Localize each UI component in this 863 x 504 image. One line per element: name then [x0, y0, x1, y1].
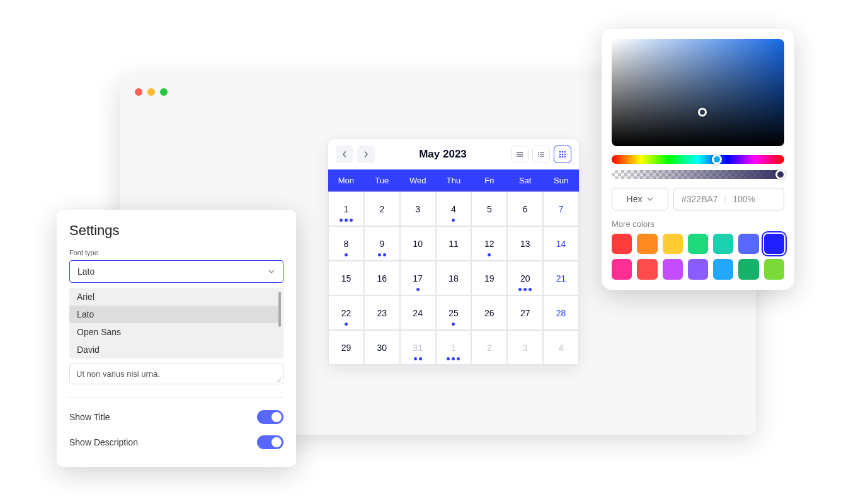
alpha-cursor[interactable] — [775, 169, 786, 180]
calendar-day[interactable]: 1 — [436, 330, 472, 365]
hue-cursor[interactable] — [712, 154, 722, 164]
show-description-toggle[interactable] — [257, 435, 283, 449]
event-dots — [414, 357, 422, 360]
calendar-day[interactable]: 26 — [471, 295, 507, 330]
weekday-label: Wed — [400, 169, 436, 192]
day-number: 12 — [484, 239, 494, 249]
calendar-day[interactable]: 15 — [328, 261, 364, 295]
calendar-day[interactable]: 10 — [400, 226, 436, 261]
event-dots — [345, 253, 348, 256]
chevron-left-icon — [341, 151, 348, 158]
calendar-day[interactable]: 6 — [507, 192, 543, 226]
calendar-day[interactable]: 20 — [507, 261, 543, 295]
calendar-day[interactable]: 7 — [543, 192, 579, 226]
calendar-day[interactable]: 19 — [471, 261, 507, 295]
show-title-toggle[interactable] — [257, 410, 283, 424]
color-swatch[interactable] — [637, 234, 657, 254]
day-number: 28 — [556, 308, 566, 318]
calendar-day[interactable]: 25 — [436, 295, 472, 330]
day-number: 22 — [341, 308, 351, 318]
settings-panel: Settings Font type Lato ArielLatoOpen Sa… — [57, 210, 296, 467]
color-swatch[interactable] — [663, 234, 683, 254]
calendar-day[interactable]: 23 — [364, 295, 400, 330]
color-swatch[interactable] — [688, 259, 708, 279]
font-option[interactable]: Lato — [69, 306, 280, 323]
calendar-day[interactable]: 30 — [364, 330, 400, 365]
day-number: 24 — [413, 308, 423, 318]
calendar-day[interactable]: 16 — [364, 261, 400, 295]
alpha-slider[interactable] — [612, 170, 784, 179]
calendar-day[interactable]: 4 — [436, 192, 472, 226]
color-swatch[interactable] — [764, 234, 784, 254]
canvas-cursor[interactable] — [698, 108, 707, 117]
calendar-day[interactable]: 3 — [507, 330, 543, 365]
color-swatch[interactable] — [738, 234, 758, 254]
day-number: 25 — [449, 308, 459, 318]
color-swatch[interactable] — [713, 259, 733, 279]
view-list-button[interactable] — [511, 146, 529, 163]
day-number: 17 — [413, 273, 423, 284]
calendar-day[interactable]: 2 — [471, 330, 507, 365]
scrollbar-thumb[interactable] — [278, 292, 281, 327]
color-format-value: Hex — [627, 194, 643, 204]
view-grid-button[interactable] — [554, 146, 571, 163]
calendar-day[interactable]: 9 — [364, 226, 400, 261]
list-lines-icon — [516, 151, 523, 158]
window-close-button[interactable] — [135, 88, 142, 96]
color-swatch[interactable] — [738, 259, 758, 279]
calendar-day[interactable]: 8 — [328, 226, 364, 261]
calendar-day[interactable]: 2 — [364, 192, 400, 226]
calendar-day[interactable]: 5 — [471, 192, 507, 226]
color-swatch[interactable] — [612, 259, 632, 279]
hue-slider[interactable] — [612, 155, 784, 164]
window-minimize-button[interactable] — [147, 88, 155, 96]
font-option[interactable]: Open Sans — [69, 323, 280, 341]
resize-handle-icon[interactable] — [275, 376, 282, 382]
prev-month-button[interactable] — [336, 146, 353, 163]
day-number: 2 — [379, 204, 384, 214]
day-number: 29 — [341, 343, 351, 353]
color-canvas[interactable] — [612, 39, 784, 146]
color-swatch[interactable] — [764, 259, 784, 279]
calendar-day[interactable]: 13 — [507, 226, 543, 261]
color-format-select[interactable]: Hex — [612, 188, 668, 210]
window-maximize-button[interactable] — [160, 88, 168, 96]
font-type-select[interactable]: Lato — [69, 260, 283, 283]
calendar-weekdays: MonTueWedThuFriSatSun — [328, 169, 579, 192]
svg-point-3 — [559, 151, 561, 152]
calendar-day[interactable]: 22 — [328, 295, 364, 330]
calendar-day[interactable]: 29 — [328, 330, 364, 365]
calendar-day[interactable]: 14 — [543, 226, 579, 261]
calendar-day[interactable]: 24 — [400, 295, 436, 330]
calendar-day[interactable]: 27 — [507, 295, 543, 330]
calendar-day[interactable]: 31 — [400, 330, 436, 365]
calendar-day[interactable]: 1 — [328, 192, 364, 226]
color-swatch[interactable] — [688, 234, 708, 254]
hex-input[interactable]: #322BA7 | 100% — [673, 188, 784, 210]
day-number: 16 — [377, 273, 387, 284]
calendar-day[interactable]: 11 — [436, 226, 472, 261]
calendar-day[interactable]: 12 — [471, 226, 507, 261]
calendar-day[interactable]: 3 — [400, 192, 436, 226]
font-type-label: Font type — [69, 249, 283, 256]
list-bullets-icon — [537, 151, 545, 158]
description-textarea[interactable]: Ut non varius nisi urna. — [69, 364, 283, 384]
day-number: 11 — [449, 239, 459, 249]
font-type-dropdown[interactable]: ArielLatoOpen SansDavid — [69, 288, 283, 358]
view-agenda-button[interactable] — [532, 146, 550, 163]
calendar-day[interactable]: 17 — [400, 261, 436, 295]
svg-point-6 — [559, 154, 561, 155]
show-description-row: Show Description — [69, 435, 283, 449]
font-option[interactable]: David — [69, 341, 280, 358]
calendar-day[interactable]: 4 — [543, 330, 579, 365]
calendar-day[interactable]: 28 — [543, 295, 579, 330]
day-number: 30 — [377, 343, 387, 353]
font-option[interactable]: Ariel — [69, 288, 280, 306]
calendar-day[interactable]: 21 — [543, 261, 579, 295]
color-swatch[interactable] — [663, 259, 683, 279]
calendar-day[interactable]: 18 — [436, 261, 472, 295]
next-month-button[interactable] — [357, 146, 375, 163]
color-swatch[interactable] — [637, 259, 657, 279]
color-swatch[interactable] — [612, 234, 632, 254]
color-swatch[interactable] — [713, 234, 733, 254]
